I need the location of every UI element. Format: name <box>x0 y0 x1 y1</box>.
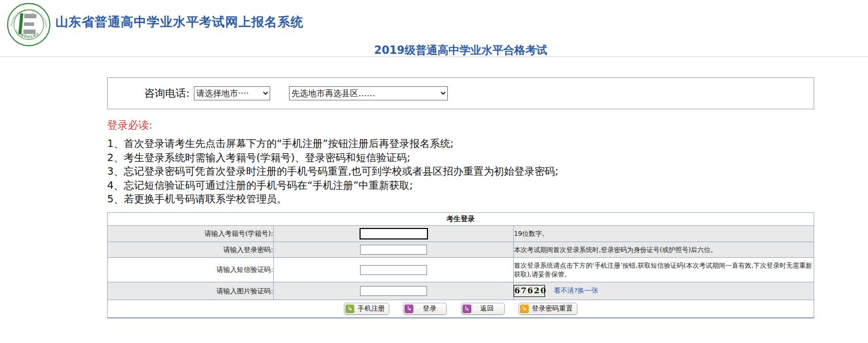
login-button[interactable]: ↳ 登录 <box>403 303 447 315</box>
header-divider <box>0 56 868 57</box>
arrow-icon: ↳ <box>520 304 529 313</box>
page-title: 山东省普通高中学业水平考试网上报名系统 <box>55 14 304 30</box>
exam-session-subtitle: 2019级普通高中学业水平合格考试 <box>107 43 814 58</box>
button-row: ↳ 手机注册 ↳ 登录 ↳ 返回 ↳ 登录密码重置 <box>108 300 814 318</box>
table-row: 请输入考籍号(学籍号): 19位数字。 <box>108 226 814 242</box>
sms-code-hint: 首次登录系统请点击下方的‘手机注册’按钮,获取短信验证码(本次考试期间一直有效,… <box>514 258 814 282</box>
captcha-refresh-link[interactable]: 看不清?换一张 <box>553 286 598 295</box>
sms-code-input[interactable] <box>360 265 427 275</box>
notice-item: 4、忘记短信验证码可通过注册的手机号码在“手机注册”中重新获取; <box>107 179 839 193</box>
table-row: 请输入图片验证码: 67620 看不清?换一张 <box>108 282 814 300</box>
exam-id-hint: 19位数字。 <box>514 226 814 242</box>
password-hint: 本次考试期间首次登录系统时,登录密码为身份证号(或护照号)后六位。 <box>514 242 814 258</box>
login-notice: 登录必读: 1、首次登录请考生先点击屏幕下方的“手机注册”按钮注册后再登录报名系… <box>107 118 839 207</box>
notice-title: 登录必读: <box>107 118 839 132</box>
password-input[interactable] <box>360 245 427 255</box>
password-label: 请输入登录密码: <box>108 242 274 258</box>
notice-item: 3、忘记登录密码可凭首次登录时注册的手机号码重置,也可到学校或者县区招办重置为初… <box>107 165 839 179</box>
phone-register-button[interactable]: ↳ 手机注册 <box>344 303 389 315</box>
city-select[interactable]: 请选择地市···· <box>194 86 270 100</box>
district-select[interactable]: 先选地市再选县区…… <box>289 86 448 100</box>
consult-phone-label: 咨询电话: <box>144 86 190 100</box>
arrow-icon: ↳ <box>345 304 354 313</box>
site-logo: Shandong Education Admissions & Examinat… <box>6 2 51 47</box>
exam-id-label: 请输入考籍号(学籍号): <box>108 226 274 242</box>
table-row: 请输入短信验证码: 首次登录系统请点击下方的‘手机注册’按钮,获取短信验证码(本… <box>108 258 814 282</box>
captcha-image: 67620 <box>514 285 545 297</box>
sms-code-label: 请输入短信验证码: <box>108 258 274 282</box>
back-button[interactable]: ↳ 返回 <box>461 303 505 315</box>
candidate-login-table: 考生登录 请输入考籍号(学籍号): 19位数字。 请输入登录密码: 本次考试期间… <box>107 212 814 318</box>
captcha-label: 请输入图片验证码: <box>108 282 274 300</box>
arrow-icon: ↳ <box>462 304 471 313</box>
captcha-input[interactable] <box>360 286 427 296</box>
notice-item: 5、若更换手机号码请联系学校管理员。 <box>107 192 839 207</box>
table-row: 请输入登录密码: 本次考试期间首次登录系统时,登录密码为身份证号(或护照号)后六… <box>108 242 814 258</box>
arrow-icon: ↳ <box>404 304 413 313</box>
notice-item: 2、考生登录系统时需输入考籍号(学籍号)、登录密码和短信验证码; <box>107 151 839 165</box>
notice-item: 1、首次登录请考生先点击屏幕下方的“手机注册”按钮注册后再登录报名系统; <box>107 137 839 151</box>
exam-id-input[interactable] <box>360 228 428 239</box>
password-reset-button[interactable]: ↳ 登录密码重置 <box>518 303 577 315</box>
consult-phone-panel: 咨询电话: 请选择地市···· 先选地市再选县区…… <box>107 77 814 109</box>
login-table-title: 考生登录 <box>108 213 814 226</box>
